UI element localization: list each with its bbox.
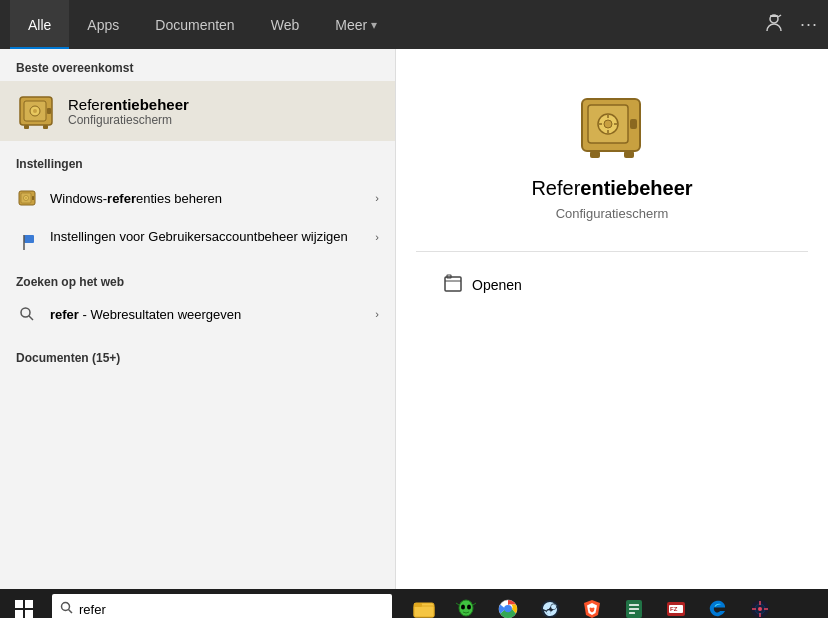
left-panel: Beste overeenkomst: [0, 49, 395, 589]
search-icon: [16, 303, 38, 325]
svg-rect-7: [47, 108, 51, 114]
svg-point-13: [25, 197, 27, 199]
svg-point-42: [461, 605, 465, 610]
best-match-subtitle: Configuratiescherm: [68, 113, 189, 127]
tab-documenten-label: Documenten: [155, 17, 234, 33]
svg-point-41: [459, 600, 473, 616]
best-match-text: Referentiebeheer Configuratiescherm: [68, 96, 189, 127]
right-panel-app-icon: [576, 89, 648, 161]
safe-small-icon: [16, 187, 38, 209]
web-search-arrow: ›: [375, 308, 379, 320]
svg-point-48: [505, 606, 511, 612]
svg-rect-29: [624, 151, 634, 158]
settings-item-windows-refer[interactable]: Windows-referenties beheren ›: [0, 177, 395, 219]
svg-rect-33: [25, 600, 33, 608]
right-panel-title: Referentiebeheer: [531, 177, 692, 200]
svg-rect-55: [629, 612, 635, 614]
svg-rect-9: [43, 125, 48, 129]
settings-item-1-arrow: ›: [375, 192, 379, 204]
web-search-text: refer - Webresultaten weergeven: [50, 307, 375, 322]
misc-app[interactable]: [740, 589, 780, 618]
svg-text:FZ: FZ: [670, 606, 678, 612]
flag-icon: [16, 231, 38, 253]
svg-line-2: [778, 15, 781, 17]
settings-label: Instellingen: [0, 145, 395, 177]
tab-meer[interactable]: Meer: [317, 0, 395, 49]
filezilla-app[interactable]: FZ: [656, 589, 696, 618]
tab-documenten[interactable]: Documenten: [137, 0, 252, 49]
svg-rect-30: [445, 277, 461, 291]
best-match-title-plain: Refer: [68, 96, 105, 113]
open-button[interactable]: Openen: [436, 268, 808, 302]
svg-rect-14: [32, 196, 34, 200]
top-bar-tabs: Alle Apps Documenten Web Meer: [10, 0, 764, 49]
svg-point-61: [758, 607, 762, 611]
tab-meer-label: Meer: [335, 17, 367, 33]
right-panel-divider: [416, 251, 808, 252]
taskbar-search-icon: [60, 601, 73, 617]
svg-rect-15: [24, 235, 34, 243]
file-explorer-app[interactable]: [404, 589, 444, 618]
settings-item-2-arrow: ›: [375, 231, 379, 243]
open-icon: [444, 274, 462, 296]
taskbar: refer: [0, 589, 828, 618]
svg-rect-27: [630, 119, 637, 129]
settings-item-uac[interactable]: Instellingen voor Gebruikersaccountbehee…: [0, 219, 395, 263]
top-bar: Alle Apps Documenten Web Meer ···: [0, 0, 828, 49]
best-match-item[interactable]: Referentiebeheer Configuratiescherm: [0, 81, 395, 141]
svg-point-17: [21, 308, 30, 317]
svg-rect-39: [414, 606, 434, 617]
best-match-label: Beste overeenkomst: [0, 49, 395, 81]
svg-rect-32: [15, 600, 23, 608]
svg-rect-40: [414, 603, 422, 607]
svg-point-36: [62, 603, 70, 611]
docs-label: Documenten (15+): [0, 339, 395, 371]
open-button-label: Openen: [472, 277, 522, 293]
settings-item-2-text: Instellingen voor Gebruikersaccountbehee…: [50, 229, 375, 244]
svg-rect-34: [15, 610, 23, 618]
tab-apps-label: Apps: [87, 17, 119, 33]
main-content: Beste overeenkomst: [0, 49, 828, 589]
alien-app[interactable]: [446, 589, 486, 618]
top-bar-icons: ···: [764, 13, 818, 37]
settings-item-1-text: Windows-referenties beheren: [50, 191, 375, 206]
svg-point-22: [604, 120, 612, 128]
tab-web[interactable]: Web: [253, 0, 318, 49]
tab-apps[interactable]: Apps: [69, 0, 137, 49]
right-panel: Referentiebeheer Configuratiescherm Open…: [395, 49, 828, 589]
svg-line-18: [29, 316, 33, 320]
steam-app[interactable]: [530, 589, 570, 618]
right-panel-subtitle: Configuratiescherm: [556, 206, 669, 221]
svg-point-6: [33, 109, 37, 113]
tab-web-label: Web: [271, 17, 300, 33]
tab-alle-label: Alle: [28, 17, 51, 33]
svg-rect-54: [629, 608, 639, 610]
svg-rect-28: [590, 151, 600, 158]
taskbar-search-text: refer: [79, 602, 106, 617]
best-match-title: Referentiebeheer: [68, 96, 189, 113]
web-label: Zoeken op het web: [0, 263, 395, 295]
spreadsheet-app[interactable]: [614, 589, 654, 618]
start-button[interactable]: [0, 589, 48, 618]
svg-rect-53: [629, 604, 639, 606]
meer-chevron-icon: [371, 18, 377, 32]
svg-line-45: [473, 603, 476, 605]
svg-point-51: [547, 610, 551, 614]
edge-app[interactable]: [698, 589, 738, 618]
tab-alle[interactable]: Alle: [10, 0, 69, 49]
best-match-title-bold: entiebeheer: [105, 96, 189, 113]
web-search-item[interactable]: refer - Webresultaten weergeven ›: [0, 295, 395, 333]
brave-app[interactable]: [572, 589, 612, 618]
taskbar-apps: FZ: [404, 589, 780, 618]
chrome-app[interactable]: [488, 589, 528, 618]
more-options-icon[interactable]: ···: [800, 14, 818, 35]
svg-point-50: [551, 604, 556, 609]
taskbar-search-box[interactable]: refer: [52, 594, 392, 618]
person-icon[interactable]: [764, 13, 784, 37]
svg-rect-8: [24, 125, 29, 129]
svg-rect-35: [25, 610, 33, 618]
svg-point-43: [467, 605, 471, 610]
svg-line-37: [69, 610, 73, 614]
svg-line-44: [456, 603, 459, 605]
referentiebeheer-icon: [16, 91, 56, 131]
